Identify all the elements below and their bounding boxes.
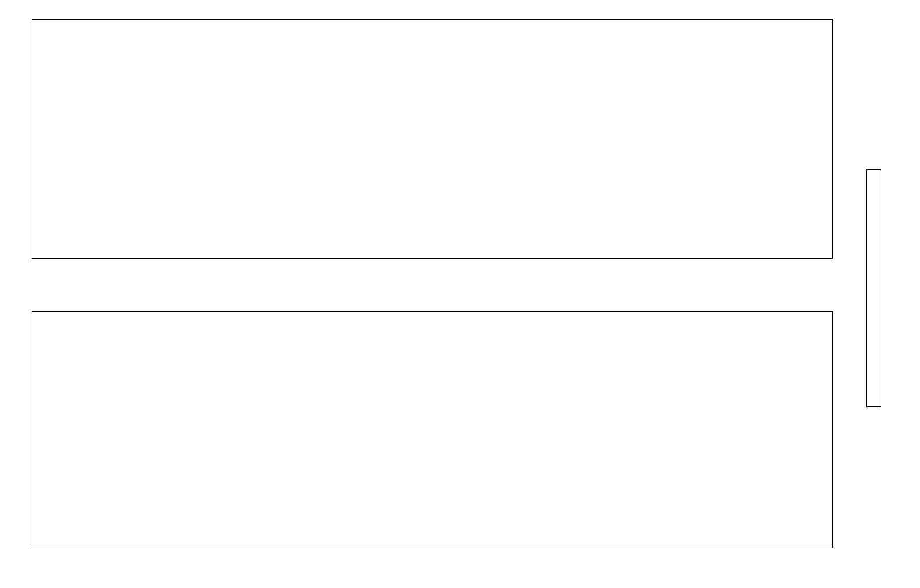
colorbar-gradient <box>867 170 881 406</box>
panel-raw-heatmap-canvas <box>32 20 832 258</box>
colorbar-frame <box>866 169 881 407</box>
panel-screened-heatmap-canvas <box>32 312 832 548</box>
figure-lidar-backscatter <box>0 0 920 588</box>
